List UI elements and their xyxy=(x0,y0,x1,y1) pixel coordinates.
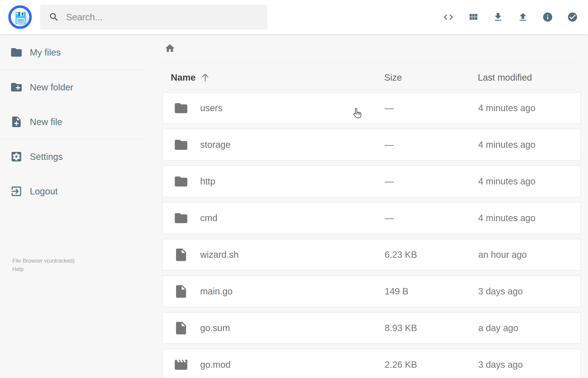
file-modified: 4 minutes ago xyxy=(478,140,580,150)
file-modified: an hour ago xyxy=(478,250,580,260)
sidebar-item-my-files[interactable]: My files xyxy=(0,35,144,70)
movie-file-icon xyxy=(174,357,188,372)
file-modified: 3 days ago xyxy=(478,360,580,370)
file-name: go.sum xyxy=(200,323,385,333)
sort-ascending-arrow-icon xyxy=(200,72,210,82)
app-version-text: File Browser v(untracked) xyxy=(12,256,74,265)
sidebar-item-settings[interactable]: Settings xyxy=(0,139,144,174)
file-name: http xyxy=(200,176,385,187)
info-button[interactable] xyxy=(542,12,553,23)
sidebar-item-new-file[interactable]: New file xyxy=(0,105,144,139)
file-row-go-mod[interactable]: go.mod 2.26 KB 3 days ago xyxy=(162,349,581,378)
column-header-name-label: Name xyxy=(171,72,196,83)
file-rows: users — 4 minutes ago storage — 4 minute… xyxy=(162,92,581,378)
file-icon xyxy=(174,247,188,262)
file-row-cmd[interactable]: cmd — 4 minutes ago xyxy=(162,202,581,234)
file-size: — xyxy=(385,140,478,150)
switch-view-grid-button[interactable] xyxy=(468,12,479,23)
sidebar-item-new-folder[interactable]: New folder xyxy=(0,70,144,105)
search-bar[interactable] xyxy=(40,5,267,30)
folder-icon xyxy=(174,137,188,152)
top-bar xyxy=(0,0,588,34)
upload-button[interactable] xyxy=(517,12,528,23)
help-link[interactable]: Help xyxy=(12,265,74,273)
home-icon xyxy=(164,43,175,54)
new-folder-icon xyxy=(10,81,23,94)
file-name: main.go xyxy=(200,286,385,297)
sidebar: My files New folder New file Settings Lo… xyxy=(0,34,144,378)
file-size: 6.23 KB xyxy=(385,250,478,260)
file-icon xyxy=(174,284,188,299)
sidebar-item-label: Settings xyxy=(30,152,63,162)
sidebar-item-label: New file xyxy=(30,117,62,127)
file-size: — xyxy=(385,213,478,223)
file-modified: 3 days ago xyxy=(478,286,580,297)
search-input[interactable] xyxy=(66,12,253,23)
upload-icon xyxy=(517,12,528,23)
sidebar-item-label: Logout xyxy=(30,186,58,197)
file-modified: 4 minutes ago xyxy=(478,213,580,223)
file-listing: Name Size Last modified users — 4 minute… xyxy=(144,34,588,378)
file-size: 149 B xyxy=(385,286,478,297)
grid-icon xyxy=(468,12,479,23)
settings-icon xyxy=(10,150,23,163)
column-header-size[interactable]: Size xyxy=(384,72,478,83)
switch-view-code-button[interactable] xyxy=(443,12,454,23)
breadcrumb-home-button[interactable] xyxy=(164,43,175,54)
sidebar-item-logout[interactable]: Logout xyxy=(0,174,144,209)
file-modified: a day ago xyxy=(478,323,580,333)
file-modified: 4 minutes ago xyxy=(478,103,580,113)
new-file-icon xyxy=(10,115,23,128)
floppy-disk-logo-icon xyxy=(8,5,33,30)
file-row-wizard-sh[interactable]: wizard.sh 6.23 KB an hour ago xyxy=(162,239,581,270)
file-modified: 4 minutes ago xyxy=(478,176,580,187)
download-icon xyxy=(493,12,504,23)
sidebar-footer: File Browser v(untracked) Help xyxy=(12,256,74,273)
check-circle-icon xyxy=(567,12,578,23)
code-icon xyxy=(443,12,454,23)
select-multiple-button[interactable] xyxy=(567,12,578,23)
folder-icon xyxy=(174,101,188,116)
file-row-go-sum[interactable]: go.sum 8.93 KB a day ago xyxy=(162,312,581,344)
breadcrumb xyxy=(144,34,588,62)
folder-icon xyxy=(174,174,188,189)
file-size: — xyxy=(385,176,478,187)
file-size: 2.26 KB xyxy=(385,360,478,370)
column-header-name[interactable]: Name xyxy=(171,72,384,83)
file-name: go.mod xyxy=(200,360,385,370)
file-row-http[interactable]: http — 4 minutes ago xyxy=(162,165,581,197)
file-name: cmd xyxy=(200,213,385,223)
file-icon xyxy=(174,321,188,336)
filebrowser-logo[interactable] xyxy=(8,5,33,30)
file-name: wizard.sh xyxy=(200,250,385,260)
folder-icon xyxy=(10,46,23,59)
listing-header: Name Size Last modified xyxy=(162,63,581,92)
download-button[interactable] xyxy=(493,12,504,23)
file-row-main-go[interactable]: main.go 149 B 3 days ago xyxy=(162,276,581,307)
file-row-users[interactable]: users — 4 minutes ago xyxy=(162,92,581,124)
file-size: 8.93 KB xyxy=(385,323,478,333)
logout-icon xyxy=(10,185,23,198)
file-name: users xyxy=(200,103,385,113)
info-icon xyxy=(542,12,553,23)
file-name: storage xyxy=(200,140,385,150)
toolbar-actions xyxy=(443,0,578,34)
filebrowser-app: My files New folder New file Settings Lo… xyxy=(0,0,588,378)
sidebar-item-label: My files xyxy=(30,47,61,58)
file-row-storage[interactable]: storage — 4 minutes ago xyxy=(162,129,581,161)
file-size: — xyxy=(385,103,478,113)
column-header-modified[interactable]: Last modified xyxy=(478,72,581,83)
search-icon xyxy=(49,12,59,22)
folder-icon xyxy=(174,211,188,226)
sidebar-item-label: New folder xyxy=(30,82,73,93)
